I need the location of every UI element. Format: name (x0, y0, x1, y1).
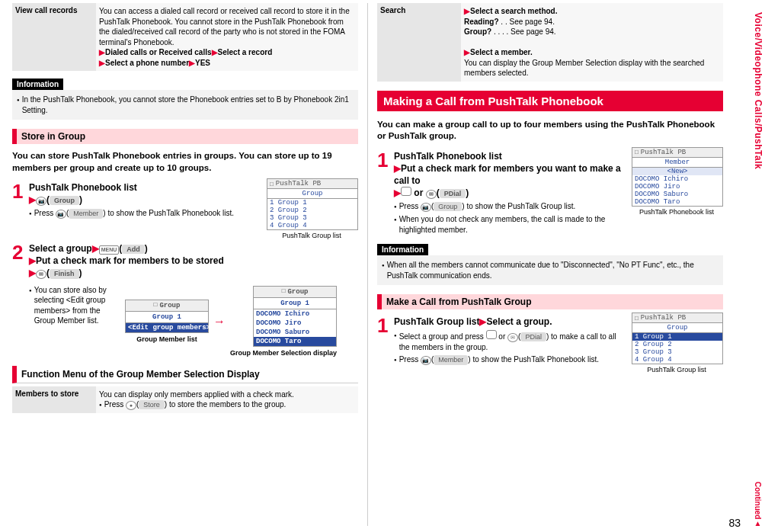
member-softkey: Member (69, 209, 103, 218)
group-member-selection-screenshot: Group Group 1 DOCOMO Ichiro DOCOMO Jiro … (253, 286, 337, 348)
column-separator (367, 3, 368, 526)
step-2: 2 Select a group▶MENU(Add) ▶Put a check … (12, 242, 358, 358)
page-number: 83 (728, 517, 741, 529)
member-softkey: Member (434, 355, 468, 364)
center-key-icon: ● (126, 401, 136, 410)
step-number-2: 2 (12, 242, 29, 358)
camera-key-icon: 📷 (36, 197, 46, 206)
store-lead: You can store PushTalk Phonebook entries… (12, 150, 358, 174)
make-call-step-1: 1 PushTalk Group list▶Select a group. Se… (377, 316, 626, 365)
camera-key-icon: 📷 (421, 203, 431, 212)
store-in-group-heading: Store in Group (12, 129, 358, 144)
information-heading: Information (12, 79, 63, 90)
screenshot-caption: PushTalk Group list (265, 232, 358, 239)
step-number-1: 1 (12, 181, 29, 219)
triangle-icon: ▶ (464, 48, 470, 56)
making-call-lead: You can make a group call to up to four … (377, 119, 723, 143)
pushtalk-phonebook-list-screenshot: PushTalk PB Member <New> DOCOMO Ichiro D… (632, 147, 723, 207)
continued-label: Continued▲ (754, 482, 762, 527)
function-menu-heading: Function Menu of the Group Member Select… (12, 366, 358, 383)
group-softkey: Group (434, 202, 462, 211)
pushtalk-group-list-screenshot-2: PushTalk PB Group 1 Group 1 2 Group 2 3 … (632, 312, 723, 364)
triangle-icon: ▶ (92, 243, 99, 254)
add-softkey: Add (122, 245, 145, 254)
group-softkey: Group (50, 196, 79, 205)
right-column: Search ▶Select a search method. Reading?… (371, 3, 729, 526)
triangle-icon: ▶ (99, 48, 105, 56)
members-to-store-label: Members to store (12, 386, 96, 413)
camera-key-icon: 📷 (421, 356, 431, 365)
step-number-1: 1 (377, 150, 394, 235)
screenshot-caption: PushTalk Phonebook list (630, 208, 723, 216)
mail-key-icon: ✉ (36, 270, 46, 279)
triangle-icon: ▶ (29, 255, 36, 266)
continued-arrow-icon: ▲ (754, 519, 762, 527)
triangle-icon: ▶ (394, 187, 401, 198)
left-column: View call records You can access a diale… (6, 3, 364, 526)
store-softkey: Store (139, 400, 165, 409)
mail-key-icon: ✉ (507, 333, 518, 342)
screenshot-caption: Group Member Selection display (230, 348, 337, 357)
information-body-2: When all the members cannot communicate … (377, 255, 723, 285)
view-call-label: View call records (12, 3, 96, 71)
mail-key-icon: ✉ (426, 190, 437, 199)
arrow-right-icon: → (213, 313, 226, 330)
side-tab: Voice/Videophone Calls/PushTalk (751, 8, 765, 174)
search-desc: ▶Select a search method. Reading? . . Se… (461, 3, 723, 82)
triangle-icon: ▶ (29, 268, 36, 278)
triangle-icon: ▶ (189, 59, 195, 67)
pdial-softkey: PDial (520, 332, 546, 341)
members-to-store-row: Members to store You can display only me… (12, 386, 358, 413)
step-1: 1 PushTalk Phonebook list ▶📷(Group) Pres… (12, 181, 261, 219)
pdial-softkey: PDial (440, 189, 466, 198)
search-row: Search ▶Select a search method. Reading?… (377, 3, 723, 82)
camera-key-icon: 📷 (56, 210, 66, 219)
triangle-icon: ▶ (394, 163, 401, 174)
triangle-icon: ▶ (29, 194, 36, 205)
group-member-list-screenshot: Group Group 1 <Edit group members> (125, 300, 209, 333)
search-label: Search (377, 3, 461, 82)
triangle-icon: ▶ (99, 59, 105, 67)
information-heading: Information (377, 244, 428, 255)
step-number-1: 1 (377, 316, 394, 365)
pushtalk-group-list-screenshot: PushTalk PB Group 1 Group 1 2 Group 2 3 … (267, 178, 358, 230)
finish-softkey: Finish (50, 269, 79, 278)
triangle-icon: ▶ (464, 7, 470, 15)
ptt-key-icon (486, 330, 497, 339)
menu-key-icon: MENU (99, 245, 120, 255)
make-call-group-heading: Make a Call from PushTalk Group (377, 294, 723, 309)
triangle-icon: ▶ (212, 48, 218, 56)
ptt-key-icon (401, 187, 411, 196)
screenshot-caption: PushTalk Group list (630, 366, 723, 373)
screenshot-caption: Group Member list (125, 335, 209, 344)
view-call-records-row: View call records You can access a diale… (12, 3, 358, 71)
members-to-store-desc: You can display only members applied wit… (96, 386, 358, 413)
view-call-desc: You can access a dialed call record or r… (96, 3, 358, 71)
making-call-heading: Making a Call from PushTalk Phonebook (377, 91, 723, 111)
right-step-1: 1 PushTalk Phonebook list ▶Put a check m… (377, 150, 626, 235)
information-body-1: In the PushTalk Phonebook, you cannot st… (12, 90, 358, 120)
